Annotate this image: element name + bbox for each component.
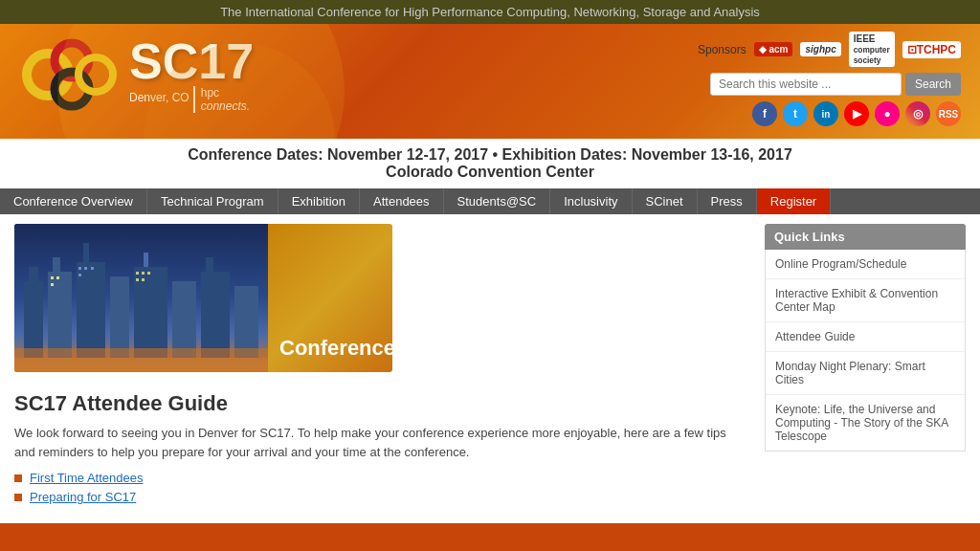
logo-text-area: SC17 Denver, CO hpc connects. [129,36,254,113]
search-button[interactable]: Search [905,73,961,96]
svg-rect-24 [78,274,81,276]
nav-register[interactable]: Register [757,188,831,214]
svg-rect-31 [14,358,268,372]
svg-rect-29 [142,278,145,281]
nav-technical-program[interactable]: Technical Program [147,188,278,214]
quick-link-attendee-guide[interactable]: Attendee Guide [766,322,965,352]
attendee-intro: We look forward to seeing you in Denver … [14,424,750,461]
header: SC17 Denver, CO hpc connects. Sponsors ◆… [0,24,980,139]
navigation: Conference Overview Technical Program Ex… [0,188,980,214]
facebook-icon[interactable]: f [752,101,777,126]
first-time-attendees-link[interactable]: First Time Attendees [30,471,144,485]
flickr-icon[interactable]: ● [875,101,900,126]
nav-conference-overview[interactable]: Conference Overview [0,188,147,214]
hpc-text: hpc [201,86,219,99]
svg-rect-25 [136,272,139,275]
search-row: Search [710,73,961,96]
quick-links-header: Quick Links [765,224,966,250]
conference-tile[interactable]: Conference [268,224,392,372]
svg-rect-10 [83,243,89,264]
twitter-icon[interactable]: t [783,101,808,126]
list-item: Preparing for SC17 [14,490,750,504]
quick-link-keynote[interactable]: Keynote: Life, the Universe and Computin… [766,395,965,451]
bullet-icon [14,474,22,482]
svg-rect-19 [56,276,59,279]
connects-text: connects. [201,99,250,113]
sighpc-logo: sighpc [800,42,840,56]
quick-links-list: Online Program/Schedule Interactive Exhi… [765,250,966,452]
dates-line2: Colorado Convention Center [8,164,972,181]
list-item: First Time Attendees [14,471,750,485]
dates-line1: Conference Dates: November 12-17, 2017 •… [8,146,972,164]
content-left: Conference SC17 Attendee Guide We look f… [14,224,765,514]
nav-press[interactable]: Press [698,188,757,214]
quick-link-exhibit-map[interactable]: Interactive Exhibit & Convention Center … [766,279,965,322]
top-banner: The International Conference for High Pe… [0,0,980,24]
svg-rect-28 [136,278,139,281]
youtube-icon[interactable]: ▶ [844,101,869,126]
svg-rect-15 [201,272,230,358]
svg-rect-26 [142,272,145,275]
denver-text: Denver, CO [129,91,189,104]
preparing-sc17-link[interactable]: Preparing for SC17 [30,490,136,504]
nav-attendees[interactable]: Attendees [360,188,444,214]
logo-subtitle: Denver, CO hpc connects. [129,86,254,113]
quick-link-plenary[interactable]: Monday Night Plenary: Smart Cities [766,352,965,395]
tchpc-logo: ⊡TCHPC [902,41,961,58]
attendee-section: SC17 Attendee Guide We look forward to s… [14,386,750,514]
svg-rect-22 [84,267,87,270]
right-header: Sponsors ◆ acm sighpc IEEEcomputersociet… [698,32,961,126]
svg-rect-6 [29,267,38,281]
svg-rect-16 [206,257,213,272]
quick-links-sidebar: Quick Links Online Program/Schedule Inte… [765,224,966,514]
svg-rect-8 [53,257,60,272]
nav-exhibition[interactable]: Exhibition [278,188,360,214]
banner-text: The International Conference for High Pe… [220,5,760,19]
logo-area: SC17 Denver, CO hpc connects. [19,32,254,118]
rss-icon[interactable]: RSS [936,101,961,126]
svg-rect-5 [24,281,43,358]
attendee-links: First Time Attendees Preparing for SC17 [14,471,750,504]
logo-icon [19,32,124,118]
city-image [14,224,268,372]
svg-rect-20 [51,283,54,286]
svg-rect-17 [234,286,258,358]
nav-students-sc[interactable]: Students@SC [444,188,551,214]
ieee-logo: IEEEcomputersociety [849,32,895,67]
social-row: f t in ▶ ● ◎ RSS [752,101,961,126]
image-row: Conference [14,224,750,372]
svg-rect-14 [172,281,196,358]
nav-inclusivity[interactable]: Inclusivity [550,188,632,214]
sponsors-row: Sponsors ◆ acm sighpc IEEEcomputersociet… [698,32,961,67]
instagram-icon[interactable]: ◎ [905,101,930,126]
bullet-icon [14,494,22,501]
conference-label: Conference [279,336,395,361]
svg-rect-27 [147,272,150,275]
quick-link-program[interactable]: Online Program/Schedule [766,250,965,279]
acm-logo: ◆ acm [754,42,793,56]
svg-rect-23 [91,267,94,270]
nav-scinet[interactable]: SCinet [633,188,698,214]
linkedin-icon[interactable]: in [813,101,838,126]
svg-rect-11 [110,276,129,358]
sc17-text: SC17 [129,36,254,86]
attendee-title: SC17 Attendee Guide [14,391,750,416]
dates-bar: Conference Dates: November 12-17, 2017 •… [0,139,980,188]
svg-rect-18 [51,276,54,279]
svg-rect-21 [78,267,81,270]
sponsors-label: Sponsors [698,43,746,56]
svg-rect-13 [144,253,148,267]
svg-rect-12 [134,267,167,358]
main-content: Conference SC17 Attendee Guide We look f… [0,214,980,523]
search-input[interactable] [710,73,902,96]
